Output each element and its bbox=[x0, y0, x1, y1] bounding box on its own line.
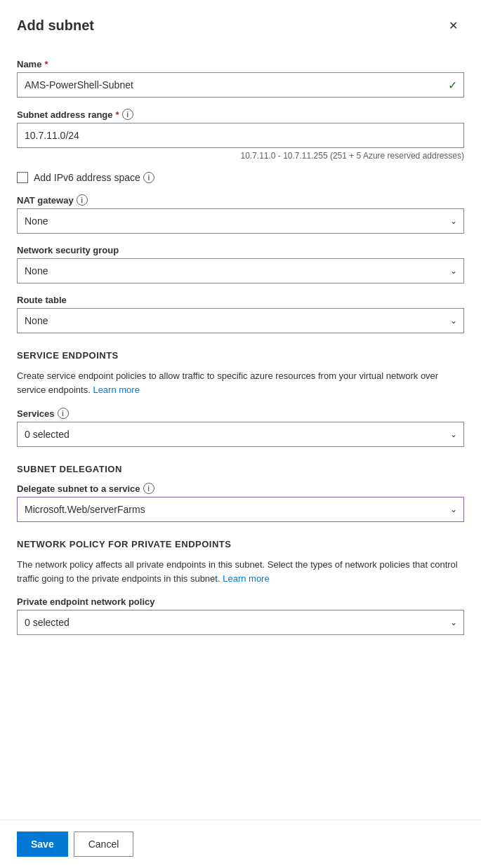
close-button[interactable]: ✕ bbox=[442, 14, 464, 36]
panel-title: Add subnet bbox=[17, 18, 94, 34]
nsg-select[interactable]: None bbox=[17, 258, 464, 283]
panel-header: Add subnet ✕ bbox=[0, 0, 481, 48]
ipv6-checkbox[interactable] bbox=[17, 172, 28, 183]
save-button[interactable]: Save bbox=[17, 832, 68, 857]
nsg-select-wrapper: None ⌄ bbox=[17, 258, 464, 283]
panel-body: Name * ✓ Subnet address range * i 10.7.1… bbox=[0, 48, 481, 820]
nat-gateway-field-group: NAT gateway i None ⌄ bbox=[17, 194, 464, 234]
private-endpoint-select[interactable]: 0 selected bbox=[17, 610, 464, 635]
ipv6-checkbox-row: Add IPv6 address space i bbox=[17, 172, 464, 183]
route-table-select[interactable]: None bbox=[17, 308, 464, 333]
services-field-group: Services i 0 selected ⌄ bbox=[17, 408, 464, 447]
services-select[interactable]: 0 selected bbox=[17, 422, 464, 447]
name-field-group: Name * ✓ bbox=[17, 59, 464, 98]
subnet-address-label: Subnet address range * i bbox=[17, 109, 464, 120]
name-input[interactable] bbox=[17, 72, 464, 98]
private-endpoint-select-wrapper: 0 selected ⌄ bbox=[17, 610, 464, 635]
delegation-select[interactable]: Microsoft.Web/serverFarms None bbox=[17, 497, 464, 522]
name-check-icon: ✓ bbox=[448, 79, 457, 92]
close-icon: ✕ bbox=[449, 19, 458, 32]
network-policy-learn-more[interactable]: Learn more bbox=[223, 573, 269, 584]
network-policy-heading: NETWORK POLICY FOR PRIVATE ENDPOINTS bbox=[17, 539, 464, 549]
bottom-spacer bbox=[17, 646, 464, 702]
network-policy-description: The network policy affects all private e… bbox=[17, 558, 464, 585]
service-endpoints-learn-more[interactable]: Learn more bbox=[93, 385, 139, 395]
ipv6-info-icon[interactable]: i bbox=[143, 172, 154, 183]
delegation-field-group: Delegate subnet to a service i Microsoft… bbox=[17, 483, 464, 522]
panel-footer: Save Cancel bbox=[0, 820, 481, 868]
services-info-icon[interactable]: i bbox=[58, 408, 69, 419]
route-table-select-wrapper: None ⌄ bbox=[17, 308, 464, 333]
delegation-label: Delegate subnet to a service i bbox=[17, 483, 464, 494]
private-endpoint-label: Private endpoint network policy bbox=[17, 596, 464, 607]
services-label: Services i bbox=[17, 408, 464, 419]
subnet-address-field-group: Subnet address range * i 10.7.11.0 - 10.… bbox=[17, 109, 464, 161]
subnet-delegation-heading: SUBNET DELEGATION bbox=[17, 464, 464, 474]
nat-gateway-select-wrapper: None ⌄ bbox=[17, 208, 464, 234]
add-subnet-panel: Add subnet ✕ Name * ✓ Subnet address ran… bbox=[0, 0, 481, 868]
name-label: Name * bbox=[17, 59, 464, 69]
nsg-field-group: Network security group None ⌄ bbox=[17, 245, 464, 283]
subnet-info-icon[interactable]: i bbox=[122, 109, 133, 120]
subnet-address-input[interactable] bbox=[17, 123, 464, 148]
service-endpoints-description: Create service endpoint policies to allo… bbox=[17, 369, 464, 396]
nat-info-icon[interactable]: i bbox=[77, 194, 88, 206]
route-table-label: Route table bbox=[17, 295, 464, 305]
cancel-button[interactable]: Cancel bbox=[74, 832, 134, 857]
subnet-required-star: * bbox=[116, 109, 119, 120]
nat-gateway-label: NAT gateway i bbox=[17, 194, 464, 206]
name-required-star: * bbox=[44, 59, 48, 69]
delegation-info-icon[interactable]: i bbox=[143, 483, 154, 494]
service-endpoints-heading: SERVICE ENDPOINTS bbox=[17, 350, 464, 361]
private-endpoint-field-group: Private endpoint network policy 0 select… bbox=[17, 596, 464, 635]
address-hint: 10.7.11.0 - 10.7.11.255 (251 + 5 Azure r… bbox=[17, 151, 464, 161]
delegation-select-wrapper: Microsoft.Web/serverFarms None ⌄ bbox=[17, 497, 464, 522]
ipv6-label: Add IPv6 address space i bbox=[34, 172, 154, 183]
nat-gateway-select[interactable]: None bbox=[17, 208, 464, 234]
route-table-field-group: Route table None ⌄ bbox=[17, 295, 464, 333]
name-input-wrapper: ✓ bbox=[17, 72, 464, 98]
services-select-wrapper: 0 selected ⌄ bbox=[17, 422, 464, 447]
nsg-label: Network security group bbox=[17, 245, 464, 255]
